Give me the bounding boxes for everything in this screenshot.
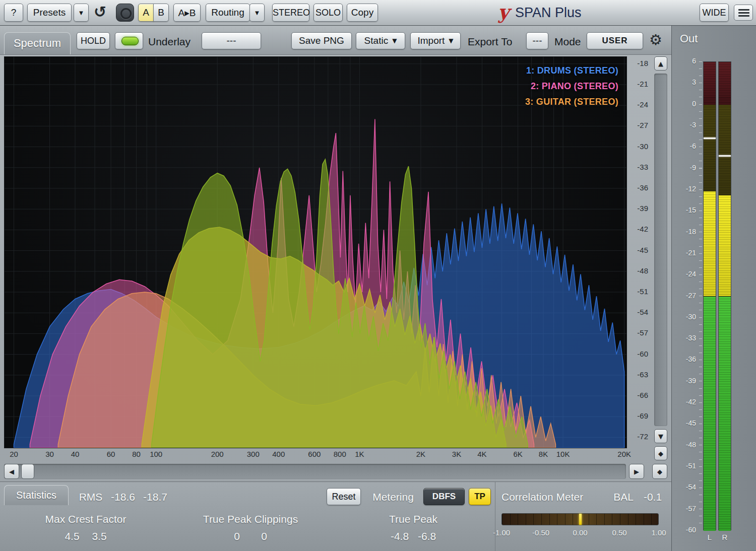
spectrum-display[interactable]: 1: DRUMS (STEREO) 2: PIANO (STEREO) 3: G… <box>4 56 627 448</box>
meter-scale-label: -48 <box>675 441 696 449</box>
meter-scale-label: -3 <box>675 121 696 129</box>
freq-tick-label: 6K <box>506 450 530 458</box>
correlation-meter-panel: Correlation Meter BAL -0.1 -1.00 -0.50 0… <box>495 482 672 551</box>
seg-yellow <box>704 191 716 297</box>
left-channel-label: L <box>703 533 716 541</box>
presets-button[interactable]: Presets <box>27 4 72 22</box>
voxengo-logo-icon: y <box>495 3 512 22</box>
copy-button[interactable]: Copy <box>347 4 378 22</box>
tab-statistics[interactable]: Statistics <box>4 485 69 505</box>
bal-value: -0.1 <box>639 491 667 503</box>
true-peak-clippings-label: True Peak Clippings <box>170 513 331 525</box>
spectrum-enable-toggle[interactable] <box>115 32 143 49</box>
true-peak-right: -6.8 <box>412 530 442 542</box>
correlation-meter-title: Correlation Meter <box>501 491 602 503</box>
db-tick-label: -42 <box>628 225 648 233</box>
corr-tick-label: 0.00 <box>565 528 595 537</box>
db-tick-label: -72 <box>628 432 648 441</box>
meter-scale-label: -30 <box>675 313 696 321</box>
routing-button[interactable]: Routing <box>206 4 250 22</box>
ab-b-button[interactable]: B <box>153 4 169 22</box>
tab-spectrum[interactable]: Spectrum <box>4 32 71 54</box>
horizontal-zoom-button[interactable]: ◆ <box>652 464 667 479</box>
import-dropdown[interactable]: Import▼ <box>410 32 461 49</box>
solo-button[interactable]: SOLO <box>313 4 343 22</box>
db-tick-label: -21 <box>628 80 648 88</box>
db-tick-label: -57 <box>628 328 648 337</box>
meter-bar-r <box>718 61 731 530</box>
scroll-down-button[interactable]: ▼ <box>654 429 667 443</box>
scroll-right-button[interactable]: ▶ <box>629 464 644 479</box>
freq-tick-label: 100 <box>144 450 168 458</box>
chevron-down-icon: ▼ <box>392 37 397 44</box>
freq-tick-label: 20K <box>612 450 637 458</box>
presets-dropdown-icon[interactable]: ▼ <box>74 4 89 22</box>
scroll-up-button[interactable]: ▲ <box>654 56 667 71</box>
hscroll-handle[interactable] <box>21 464 34 479</box>
freq-tick-label: 3K <box>445 450 469 458</box>
save-png-button[interactable]: Save PNG <box>291 32 352 49</box>
freq-tick-label: 40 <box>63 450 87 458</box>
undo-icon[interactable]: ↺ <box>94 3 106 21</box>
mode-label: Mode <box>554 36 581 48</box>
help-button[interactable]: ? <box>4 4 23 22</box>
freq-tick-label: 60 <box>99 450 123 458</box>
correlation-bar[interactable] <box>501 513 659 525</box>
meter-scale-label: -6 <box>675 142 696 150</box>
a-to-b-copy-button[interactable]: A▸B <box>173 4 201 22</box>
reset-button[interactable]: Reset <box>327 488 361 505</box>
frequency-axis: 20304060801002003004006008001K2K3K4K6K8K… <box>4 450 627 460</box>
ab-a-button[interactable]: A <box>138 4 154 22</box>
db-tick-label: -18 <box>628 59 648 67</box>
dbfs-button[interactable]: DBFS <box>423 488 465 505</box>
meter-scale-label: -27 <box>675 292 696 300</box>
db-tick-label: -51 <box>628 287 648 296</box>
menu-button[interactable] <box>734 5 753 21</box>
meter-scale-label: -18 <box>675 228 696 236</box>
gear-icon[interactable]: ⚙ <box>649 31 662 48</box>
rms-value-right: -18.7 <box>140 491 171 503</box>
vertical-zoom-button[interactable]: ◆ <box>654 446 667 460</box>
hold-button[interactable]: HOLD <box>77 32 110 49</box>
freq-tick-label: 300 <box>241 450 265 458</box>
history-circle-button[interactable] <box>116 4 134 22</box>
routing-dropdown-icon[interactable]: ▼ <box>249 4 265 22</box>
export-to-select[interactable]: --- <box>526 32 548 49</box>
db-tick-label: -66 <box>628 391 648 399</box>
meter-scale-label: -9 <box>675 164 696 172</box>
peak-hold-indicator-r <box>719 155 731 157</box>
underlay-select[interactable]: --- <box>202 32 261 49</box>
wide-button[interactable]: WIDE <box>700 4 729 22</box>
db-tick-label: -60 <box>628 350 648 358</box>
meter-scale-label: -15 <box>675 206 696 214</box>
freq-tick-label: 20 <box>2 450 26 458</box>
rms-label: RMS <box>76 491 106 503</box>
channel-legend: 1: DRUMS (STEREO) 2: PIANO (STEREO) 3: G… <box>525 63 618 110</box>
scroll-left-button[interactable]: ◀ <box>4 464 19 479</box>
output-level-meter[interactable] <box>703 61 732 530</box>
corr-tick-label: -1.00 <box>486 528 517 537</box>
tp-button[interactable]: TP <box>469 488 491 505</box>
spectrum-canvas <box>5 57 626 448</box>
freq-tick-label: 2K <box>409 450 433 458</box>
hamburger-icon <box>738 9 749 11</box>
stereo-button[interactable]: STEREO <box>272 4 309 22</box>
meter-scale-label: -39 <box>675 377 696 385</box>
vertical-scrollbar[interactable] <box>654 74 667 426</box>
static-dropdown[interactable]: Static▼ <box>356 32 405 49</box>
meter-bar-l <box>703 61 716 530</box>
db-tick-label: -39 <box>628 204 648 213</box>
meter-ticks <box>699 61 702 530</box>
meter-scale-label: -45 <box>675 419 696 427</box>
rms-value-left: -18.6 <box>107 491 139 503</box>
mode-select[interactable]: USER <box>587 32 643 49</box>
plugin-title: SPAN Plus <box>515 5 582 21</box>
true-peak-label: True Peak <box>333 513 494 525</box>
max-crest-factor-left: 4.5 <box>57 530 87 542</box>
max-crest-factor-label: Max Crest Factor <box>5 513 166 525</box>
horizontal-scrollbar[interactable] <box>4 464 626 479</box>
freq-tick-label: 30 <box>38 450 62 458</box>
output-meter-panel: Out 630-3-6-9-12-15-18-21-24-27-30-33-36… <box>671 25 756 551</box>
db-tick-label: -48 <box>628 266 648 275</box>
true-peak-left: -4.8 <box>385 530 415 542</box>
